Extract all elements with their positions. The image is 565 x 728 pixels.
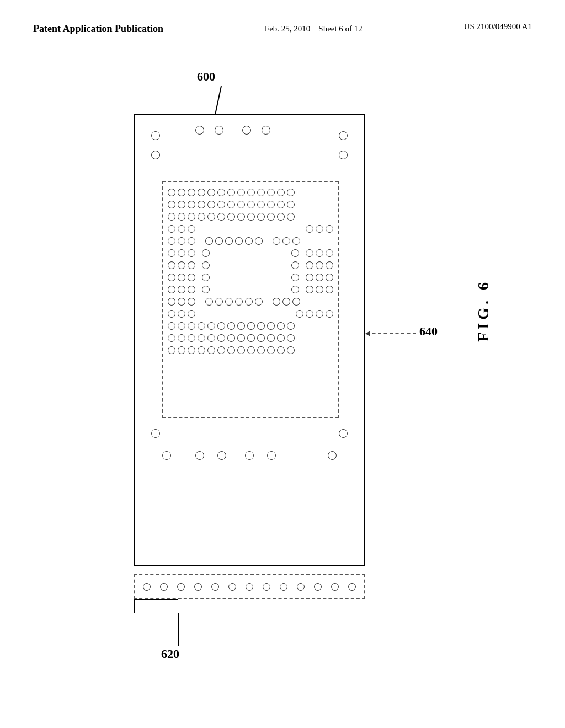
label-640-dashed-line bbox=[366, 333, 416, 334]
scatter-circle-br bbox=[339, 429, 348, 438]
scatter-circle bbox=[262, 126, 270, 135]
circle-row-5 bbox=[167, 236, 334, 246]
scatter-circle bbox=[215, 126, 223, 135]
circle-row-6 bbox=[167, 248, 334, 258]
bracket-bottom bbox=[134, 599, 178, 600]
scatter-circle-b4 bbox=[245, 451, 254, 460]
circle-row-11 bbox=[167, 309, 334, 319]
figure-area: 600 bbox=[67, 69, 498, 720]
label-620: 620 bbox=[161, 647, 179, 661]
circle-row-9 bbox=[167, 285, 334, 295]
bottom-row-circle bbox=[280, 583, 287, 591]
bottom-row-circle bbox=[331, 583, 339, 591]
scatter-circle bbox=[151, 151, 160, 159]
bottom-row-circle bbox=[211, 583, 219, 591]
device-outline bbox=[134, 114, 365, 566]
scatter-circle-bl bbox=[151, 429, 160, 438]
scatter-circle bbox=[339, 131, 348, 140]
bottom-row-circle bbox=[348, 583, 356, 591]
sheet-info: Sheet 6 of 12 bbox=[318, 24, 363, 33]
scatter-circle-b5 bbox=[267, 451, 276, 460]
circle-row-14 bbox=[167, 345, 334, 355]
bottom-dashed-row bbox=[134, 574, 365, 599]
label-640-arrowhead bbox=[365, 331, 370, 336]
scatter-circle bbox=[339, 151, 348, 159]
publication-date: Feb. 25, 2010 bbox=[265, 24, 311, 33]
bottom-row-circle bbox=[228, 583, 236, 591]
bottom-row-circle bbox=[177, 583, 185, 591]
scatter-circle-b2l bbox=[162, 451, 171, 460]
publication-date-sheet: Feb. 25, 2010 Sheet 6 of 12 bbox=[265, 22, 363, 35]
bracket-left bbox=[134, 599, 135, 613]
circle-row-7 bbox=[167, 260, 334, 270]
circle-row-1 bbox=[167, 188, 334, 197]
circle-row-12 bbox=[167, 321, 334, 331]
publication-title: Patent Application Publication bbox=[33, 22, 163, 36]
label-600-arrow bbox=[215, 86, 222, 116]
circle-row-10 bbox=[167, 297, 334, 307]
inner-dashed-rect bbox=[162, 181, 339, 418]
circle-row-2 bbox=[167, 200, 334, 210]
publication-number: US 2100/049900 A1 bbox=[464, 22, 532, 31]
bottom-row-circle bbox=[246, 583, 253, 591]
bottom-row-circle bbox=[143, 583, 151, 591]
circle-matrix bbox=[163, 182, 338, 361]
label-620-line bbox=[178, 613, 179, 646]
bottom-row-circle bbox=[297, 583, 305, 591]
figure-label: FIG. 6 bbox=[475, 279, 492, 342]
scatter-circle bbox=[242, 126, 251, 135]
bottom-row-circle bbox=[194, 583, 202, 591]
scatter-circle-b3 bbox=[217, 451, 226, 460]
circle-row-4 bbox=[167, 224, 334, 234]
label-640: 640 bbox=[419, 324, 438, 339]
scatter-circle-b2 bbox=[195, 451, 204, 460]
circle-row-3 bbox=[167, 212, 334, 222]
circle-row-8 bbox=[167, 272, 334, 282]
circle-row-13 bbox=[167, 333, 334, 343]
scatter-circle-b2r bbox=[328, 451, 337, 460]
bottom-row-circle bbox=[263, 583, 270, 591]
scatter-circle bbox=[195, 126, 204, 135]
bottom-row-circle bbox=[314, 583, 322, 591]
label-600: 600 bbox=[197, 69, 215, 84]
main-content: 600 bbox=[0, 47, 565, 720]
bottom-row-circle bbox=[160, 583, 168, 591]
scatter-circle bbox=[151, 131, 160, 140]
patent-header: Patent Application Publication Feb. 25, … bbox=[0, 0, 565, 47]
